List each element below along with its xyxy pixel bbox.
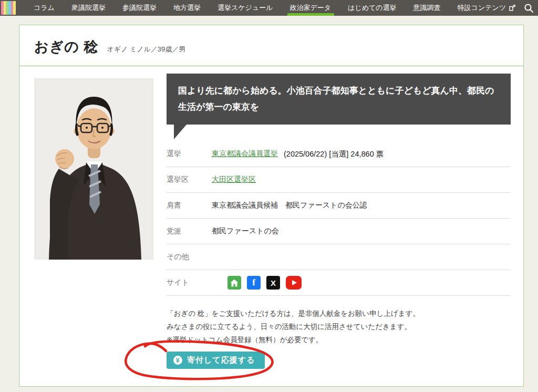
donation-appeal-line: みなさまの役に立てるよう、日々の活動に大切に活用させていただきます。 bbox=[167, 321, 511, 334]
table-row-title: 肩書 東京都議会議員候補 都民ファーストの会公認 bbox=[167, 193, 511, 219]
politician-photo bbox=[34, 78, 153, 369]
nav-item-label: 特設コンテンツ bbox=[458, 3, 506, 13]
campaign-statement-bubble: 国より先に都から始める。小池百合子都知事とともに子どもど真ん中、都民の生活が第一… bbox=[167, 74, 511, 125]
field-value: 大田区選挙区 bbox=[212, 175, 256, 184]
speech-bubble-tail bbox=[174, 125, 187, 139]
home-icon[interactable] bbox=[227, 276, 241, 290]
profile-details-column: 国より先に都から始める。小池百合子都知事とともに子どもど真ん中、都民の生活が第一… bbox=[167, 74, 511, 369]
field-label: 選挙区 bbox=[167, 175, 212, 184]
election-link[interactable]: 東京都議会議員選挙 bbox=[212, 149, 278, 159]
nav-item-special-contents[interactable]: 特設コンテンツ bbox=[449, 0, 524, 16]
field-label: 選挙 bbox=[167, 149, 212, 159]
donation-appeal-line: ※選挙ドットコム会員登録（無料）が必要です。 bbox=[167, 334, 511, 347]
nav-item-label: 衆議院選挙 bbox=[71, 3, 106, 13]
nav-item-first-election[interactable]: はじめての選挙 bbox=[339, 0, 405, 16]
senkyo-dotcom-logo[interactable] bbox=[1, 1, 16, 15]
external-link-icon bbox=[509, 5, 515, 11]
yen-icon: ¥ bbox=[173, 356, 182, 365]
district-link[interactable]: 大田区選挙区 bbox=[212, 175, 256, 184]
election-result-text: (2025/06/22) [当選] 24,860 票 bbox=[284, 149, 384, 159]
nav-item-label: 意識調査 bbox=[413, 3, 441, 13]
donate-button[interactable]: ¥ 寄付して応援する bbox=[167, 352, 265, 369]
x-glyph: X bbox=[271, 278, 276, 287]
active-tab-underline bbox=[287, 13, 334, 16]
nav-item-label: 参議院選挙 bbox=[122, 3, 157, 13]
table-row-party: 党派 都民ファーストの会 bbox=[167, 219, 511, 244]
nav-item-politician-data-active[interactable]: 政治家データ bbox=[281, 0, 339, 16]
table-row-district: 選挙区 大田区選挙区 bbox=[167, 167, 511, 193]
donation-appeal-line: 「おぎの 稔」をご支援いただける方は、是非個人献金をお願い申し上げます。 bbox=[167, 307, 511, 321]
field-value: 東京都議会議員選挙 (2025/06/22) [当選] 24,860 票 bbox=[212, 149, 384, 159]
table-row-sites: サイト f X bbox=[167, 270, 511, 296]
nav-item-label: はじめての選挙 bbox=[348, 3, 397, 13]
nav-item-upper-house-election[interactable]: 参議院選挙 bbox=[114, 0, 165, 16]
facebook-icon[interactable]: f bbox=[247, 276, 261, 290]
table-row-other: その他 bbox=[167, 244, 511, 270]
nav-item-local-election[interactable]: 地方選挙 bbox=[165, 0, 209, 16]
donation-appeal-text: 「おぎの 稔」をご支援いただける方は、是非個人献金をお願い申し上げます。 みなさ… bbox=[167, 307, 511, 347]
field-value: 都民ファーストの会 bbox=[212, 226, 279, 236]
nav-item-column[interactable]: コラム bbox=[25, 0, 63, 16]
table-row-election: 選挙 東京都議会議員選挙 (2025/06/22) [当選] 24,860 票 bbox=[167, 141, 511, 167]
nav-item-label: コラム bbox=[34, 3, 55, 13]
youtube-play-glyph bbox=[292, 280, 297, 285]
field-label: 党派 bbox=[167, 226, 212, 236]
nav-items: コラム 衆議院選挙 参議院選挙 地方選挙 選挙スケジュール 政治家データ はじめ… bbox=[25, 0, 524, 16]
x-icon[interactable]: X bbox=[266, 276, 280, 290]
field-label: その他 bbox=[167, 252, 212, 262]
profile-info-table: 選挙 東京都議会議員選挙 (2025/06/22) [当選] 24,860 票 … bbox=[167, 141, 511, 296]
nav-item-label: 選挙スケジュール bbox=[218, 3, 273, 13]
campaign-statement-text: 国より先に都から始める。小池百合子都知事とともに子どもど真ん中、都民の生活が第一… bbox=[178, 86, 494, 112]
donate-button-label: 寄付して応援する bbox=[187, 355, 255, 365]
nav-right-icons bbox=[524, 0, 538, 16]
field-label: 肩書 bbox=[167, 201, 212, 210]
nav-item-label: 政治家データ bbox=[289, 3, 331, 13]
top-navigation-bar: コラム 衆議院選挙 参議院選挙 地方選挙 選挙スケジュール 政治家データ はじめ… bbox=[0, 0, 538, 16]
politician-profile-card: おぎの 稔 オギノ ミノル／39歳／男 bbox=[19, 25, 524, 387]
field-value: 東京都議会議員候補 都民ファーストの会公認 bbox=[212, 201, 367, 210]
facebook-glyph: f bbox=[252, 277, 255, 288]
search-icon[interactable] bbox=[524, 3, 534, 13]
logo-stripe bbox=[13, 1, 16, 15]
nav-item-label: 地方選挙 bbox=[173, 3, 201, 13]
nav-item-opinion-survey[interactable]: 意識調査 bbox=[405, 0, 449, 16]
youtube-icon[interactable] bbox=[286, 276, 302, 290]
profile-header: おぎの 稔 オギノ ミノル／39歳／男 bbox=[19, 25, 523, 66]
nav-item-lower-house-election[interactable]: 衆議院選挙 bbox=[63, 0, 114, 16]
nav-item-election-schedule[interactable]: 選挙スケジュール bbox=[209, 0, 282, 16]
politician-name: おぎの 稔 bbox=[34, 37, 98, 56]
profile-content: 国より先に都から始める。小池百合子都知事とともに子どもど真ん中、都民の生活が第一… bbox=[19, 66, 523, 369]
field-label: サイト bbox=[167, 278, 212, 287]
politician-kana-age-gender: オギノ ミノル／39歳／男 bbox=[107, 45, 185, 54]
site-link-icons: f X bbox=[212, 276, 302, 290]
